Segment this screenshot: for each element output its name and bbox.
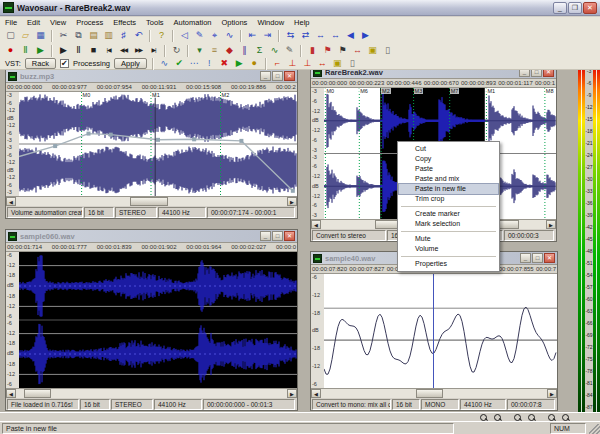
context-item-create-marker[interactable]: Create marker [399, 209, 498, 219]
minimize-button[interactable]: _ [553, 2, 567, 14]
scroll-right-arrow[interactable]: ▶ [287, 389, 297, 398]
apply-button[interactable]: Apply [114, 58, 147, 69]
menu-item-view[interactable]: View [45, 17, 71, 28]
spectrum-icon[interactable]: ∿ [268, 44, 281, 57]
scroll-right-arrow[interactable]: ▶ [547, 389, 557, 398]
waveform-display[interactable] [19, 252, 297, 388]
record-icon[interactable]: ● [4, 44, 17, 57]
horizontal-scrollbar[interactable]: ◀▶ [6, 388, 297, 398]
statistics-icon[interactable]: Σ [253, 44, 266, 57]
child-window-sample060[interactable]: sample060.wav_□✕00:00:01:71400:00:01:777… [5, 229, 298, 411]
scroll-left-arrow[interactable]: ◀ [6, 197, 16, 206]
waveform-display[interactable] [324, 274, 557, 388]
forward-icon[interactable]: ▶▶ [132, 44, 145, 57]
stop-icon[interactable]: ■ [87, 44, 100, 57]
go-end-icon[interactable]: ▶| [147, 44, 160, 57]
scrollbar-track[interactable] [321, 389, 547, 398]
corner-tool-icon[interactable]: ⌐ [271, 57, 284, 70]
processing-checkbox[interactable]: ✔ [60, 59, 69, 68]
close-button[interactable]: ✕ [583, 2, 597, 14]
child-close-button[interactable]: ✕ [284, 71, 295, 81]
wave-tool-icon[interactable]: ∿ [223, 29, 236, 42]
context-item-copy[interactable]: Copy [399, 154, 498, 164]
scrollbar-track[interactable] [16, 197, 287, 206]
child-titlebar[interactable]: buzz.mp3_□✕ [6, 70, 297, 83]
time-ruler[interactable]: 00:00:00:00000:00:03:97700:00:07:95400:0… [6, 83, 297, 92]
child-titlebar[interactable]: sample060.wav_□✕ [6, 230, 297, 243]
pause-record-icon[interactable]: Ⅱ [19, 44, 32, 57]
grow-selection-icon[interactable]: ↔ [329, 29, 342, 42]
next-region-icon[interactable]: ▶ [359, 29, 372, 42]
cut-icon[interactable]: ✂ [57, 29, 70, 42]
save-icon[interactable]: ▦ [34, 29, 47, 42]
menu-item-file[interactable]: File [0, 17, 22, 28]
speaker-icon[interactable]: ◁ [178, 29, 191, 42]
child-restore-button[interactable]: □ [272, 71, 283, 81]
automation-curve-icon[interactable]: ∿ [158, 57, 171, 70]
shift-left-icon[interactable]: ⇆ [284, 29, 297, 42]
scrollbar-thumb[interactable] [24, 389, 51, 398]
child-restore-button[interactable]: □ [532, 253, 543, 263]
stretch-icon[interactable]: ↔ [316, 57, 329, 70]
context-item-mark-selection[interactable]: Mark selection [399, 219, 498, 229]
context-item-properties[interactable]: Properties [399, 259, 498, 269]
clear-automation-icon[interactable]: ✖ [218, 57, 231, 70]
play-icon[interactable]: ▶ [57, 44, 70, 57]
child-minimize-button[interactable]: _ [520, 253, 531, 263]
draw-icon[interactable]: ✎ [193, 29, 206, 42]
marker-list-icon[interactable]: ≡ [208, 44, 221, 57]
menu-item-options[interactable]: Options [217, 17, 253, 28]
context-item-paste-in-new-file[interactable]: Paste in new file [399, 184, 498, 194]
paste-icon[interactable]: ▤ [87, 29, 100, 42]
marker-delete-icon[interactable]: ◆ [223, 44, 236, 57]
child-window-sample40[interactable]: sample40.wav_□✕00:00:07:82000:00:07:8270… [310, 251, 558, 411]
context-item-volume[interactable]: Volume [399, 244, 498, 254]
expand-right-icon[interactable]: ⇥ [261, 29, 274, 42]
flag-start-icon[interactable]: ⚑ [321, 44, 334, 57]
play-automation-icon[interactable]: ▶ [233, 57, 246, 70]
anchor-b-icon[interactable]: ⊥ [301, 57, 314, 70]
scroll-left-arrow[interactable]: ◀ [6, 389, 16, 398]
menu-item-help[interactable]: Help [289, 17, 314, 28]
menu-item-process[interactable]: Process [71, 17, 108, 28]
anchor-a-icon[interactable]: ⊥ [286, 57, 299, 70]
titlebar[interactable]: Wavosaur - RareBreak2.wav _ ❐ ✕ [0, 0, 600, 16]
copy-icon[interactable]: ⧉ [72, 29, 85, 42]
menu-item-window[interactable]: Window [252, 17, 289, 28]
context-item-paste[interactable]: Paste [399, 164, 498, 174]
child-close-button[interactable]: ✕ [284, 231, 295, 241]
expand-left-icon[interactable]: ⇤ [246, 29, 259, 42]
horizontal-scrollbar[interactable]: ◀▶ [311, 388, 557, 398]
new-icon[interactable]: ▢ [4, 29, 17, 42]
scroll-right-arrow[interactable]: ▶ [287, 197, 297, 206]
play-selection-icon[interactable]: ▶ [34, 44, 47, 57]
waveform-display[interactable]: M0M1M2 [19, 92, 297, 196]
loop-icon[interactable]: ↻ [170, 44, 183, 57]
pencil-icon[interactable]: ✎ [283, 44, 296, 57]
rewind-icon[interactable]: ◀◀ [117, 44, 130, 57]
sharp-icon[interactable]: ♯ [117, 29, 130, 42]
scrollbar-thumb[interactable] [416, 389, 443, 398]
child-close-button[interactable]: ✕ [544, 253, 555, 263]
open-icon[interactable]: ▱ [19, 29, 32, 42]
dashes-icon[interactable]: ⋯ [188, 57, 201, 70]
scrollbar-track[interactable] [16, 389, 287, 398]
scroll-left-arrow[interactable]: ◀ [311, 389, 321, 398]
pause-icon[interactable]: Ⅱ [72, 44, 85, 57]
bell-icon[interactable]: ● [248, 57, 261, 70]
shift-right-icon[interactable]: ⇄ [299, 29, 312, 42]
menu-item-edit[interactable]: Edit [22, 17, 45, 28]
prev-region-icon[interactable]: ◀ [344, 29, 357, 42]
paste-special-icon[interactable]: ▥ [102, 29, 115, 42]
go-start-icon[interactable]: |◀ [102, 44, 115, 57]
menu-item-tools[interactable]: Tools [141, 17, 169, 28]
horizontal-scrollbar[interactable]: ◀▶ [6, 196, 297, 206]
context-item-paste-and-mix[interactable]: Paste and mix [399, 174, 498, 184]
child-window-buzz[interactable]: buzz.mp3_□✕00:00:00:00000:00:03:97700:00… [5, 69, 298, 219]
punch-icon[interactable]: ▮ [306, 44, 319, 57]
menu-item-automation[interactable]: Automation [169, 17, 217, 28]
restore-button[interactable]: ❐ [568, 2, 582, 14]
context-item-mute[interactable]: Mute [399, 234, 498, 244]
sync-icon[interactable]: ↔ [351, 44, 364, 57]
child-restore-button[interactable]: □ [272, 231, 283, 241]
